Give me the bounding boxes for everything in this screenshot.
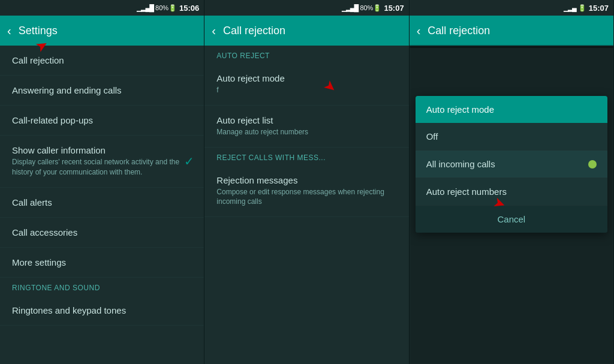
menu-item-more-settings[interactable]: More settings [0, 248, 204, 278]
battery-label-1: 80%🔋 [155, 4, 177, 12]
menu-item-answering[interactable]: Answering and ending calls [0, 76, 204, 106]
menu-subtitle-rejection-messages: Compose or edit response messages when r… [216, 187, 396, 207]
menu-item-auto-reject-mode[interactable]: Auto reject mode f [204, 64, 408, 106]
section-header-auto-reject: AUTO REJECT [204, 46, 408, 64]
header-2: ‹ Call rejection [204, 16, 408, 46]
dropdown-title: Auto reject mode [416, 96, 607, 123]
dropdown-label-auto-reject-numbers: Auto reject numbers [426, 186, 507, 197]
signal-icon-2: ▁▂▄█ [342, 4, 359, 12]
panel-call-rejection: ▁▂▄█ 80%🔋 15:07 ‹ Call rejection ➤ AUTO … [204, 0, 409, 364]
menu-list-2: AUTO REJECT Auto reject mode f Auto reje… [204, 46, 408, 364]
back-arrow-3[interactable]: ‹ [417, 24, 421, 38]
menu-label-answering: Answering and ending calls [12, 85, 122, 95]
battery-label-3: 🔋 [578, 4, 586, 12]
menu-label-auto-reject-list: Auto reject list [216, 115, 273, 125]
menu-label-call-alerts: Call alerts [12, 197, 52, 207]
dropdown-label-off: Off [426, 131, 438, 142]
menu-label-popups: Call-related pop-ups [12, 115, 93, 125]
status-icons-2: ▁▂▄█ 80%🔋 [342, 4, 382, 12]
checkmark-icon: ✓ [184, 154, 194, 169]
status-icons-3: ▁▂▄ 🔋 [564, 4, 586, 12]
menu-item-popups[interactable]: Call-related pop-ups [0, 106, 204, 136]
menu-item-auto-reject-list[interactable]: Auto reject list Manage auto reject numb… [204, 106, 408, 148]
dropdown-cancel-button[interactable]: Cancel [416, 206, 607, 233]
menu-label-call-accessories: Call accessories [12, 227, 77, 237]
dropdown-item-off[interactable]: Off [416, 123, 607, 151]
menu-item-call-alerts[interactable]: Call alerts [0, 188, 204, 218]
time-1: 15:06 [179, 4, 199, 13]
dropdown-item-all-incoming[interactable]: All incoming calls [416, 151, 607, 178]
active-indicator-dot [588, 160, 597, 169]
header-title-3: Call rejection [428, 25, 490, 37]
menu-label-auto-reject-mode: Auto reject mode [216, 73, 284, 83]
menu-label-show-caller: Show caller information [12, 145, 106, 155]
menu-label-rejection-messages: Rejection messages [216, 175, 297, 185]
time-3: 15:07 [589, 4, 609, 13]
battery-label-2: 80%🔋 [360, 4, 381, 12]
dropdown-menu: Auto reject mode Off All incoming calls … [416, 96, 607, 233]
dropdown-item-auto-reject-numbers[interactable]: Auto reject numbers [416, 178, 607, 206]
status-bar-2: ▁▂▄█ 80%🔋 15:07 [204, 0, 408, 16]
back-arrow-2[interactable]: ‹ [212, 24, 216, 38]
panel-settings: ▁▂▄█ 80%🔋 15:06 ‹ Settings ➤ Call reject… [0, 0, 204, 364]
header-1: ‹ Settings [0, 16, 204, 46]
menu-subtitle-auto-reject-list: Manage auto reject numbers [216, 127, 396, 137]
header-3: ‹ Call rejection [410, 16, 613, 46]
section-header-reject-calls: REJECT CALLS WITH MESS... [204, 148, 408, 166]
menu-item-call-accessories[interactable]: Call accessories [0, 218, 204, 248]
menu-label-more-settings: More settings [12, 257, 66, 267]
menu-item-rejection-messages[interactable]: Rejection messages Compose or edit respo… [204, 166, 408, 218]
section-header-ringtone: RINGTONE AND SOUND [0, 278, 204, 296]
menu-subtitle-auto-reject: f [216, 85, 396, 95]
status-bar-1: ▁▂▄█ 80%🔋 15:06 [0, 0, 204, 16]
panel-dropdown: ▁▂▄ 🔋 15:07 ‹ Call rejection Auto reject… [410, 0, 614, 364]
menu-subtitle-show-caller: Display callers' recent social network a… [12, 157, 192, 178]
menu-label-ringtones: Ringtones and keypad tones [12, 305, 126, 315]
dropdown-label-all-incoming: All incoming calls [426, 159, 495, 169]
header-title-2: Call rejection [223, 25, 285, 37]
status-icons-1: ▁▂▄█ 80%🔋 [137, 4, 177, 12]
signal-icon-3: ▁▂▄ [564, 4, 576, 12]
status-bar-3: ▁▂▄ 🔋 15:07 [410, 0, 613, 16]
menu-item-ringtones[interactable]: Ringtones and keypad tones [0, 296, 204, 326]
time-2: 15:07 [384, 4, 404, 13]
menu-label-call-rejection: Call rejection [12, 55, 64, 65]
signal-icon-1: ▁▂▄█ [137, 4, 154, 12]
menu-item-call-rejection[interactable]: Call rejection [0, 46, 204, 76]
menu-item-show-caller[interactable]: Show caller information Display callers'… [0, 136, 204, 188]
back-arrow-1[interactable]: ‹ [7, 24, 11, 38]
header-title-1: Settings [19, 25, 58, 37]
menu-list-1: Call rejection Answering and ending call… [0, 46, 204, 364]
